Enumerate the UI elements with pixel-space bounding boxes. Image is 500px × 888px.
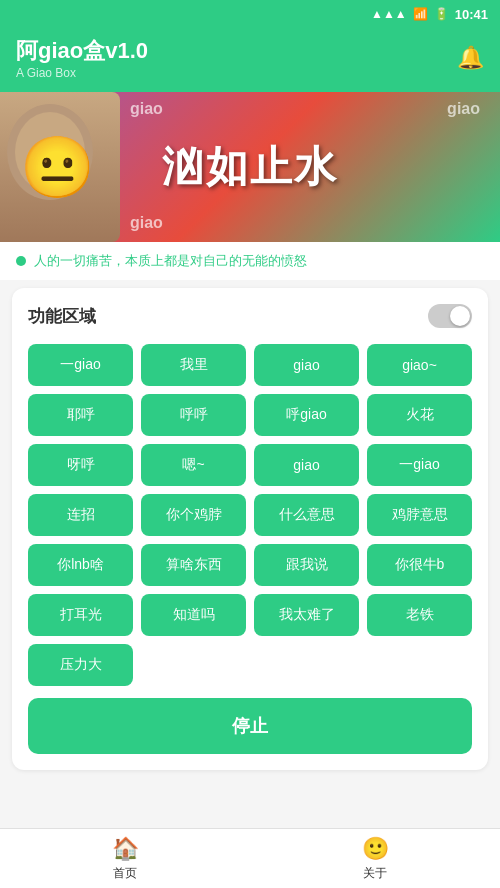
function-btn-10[interactable]: giao: [254, 444, 359, 486]
banner-text: 汹如止水: [162, 139, 338, 195]
function-btn-11[interactable]: 一giao: [367, 444, 472, 486]
function-btn-4[interactable]: 耶呼: [28, 394, 133, 436]
battery-icon: 🔋: [434, 7, 449, 21]
banner-face: [0, 92, 120, 242]
function-btn-8[interactable]: 呀呼: [28, 444, 133, 486]
function-btn-14[interactable]: 什么意思: [254, 494, 359, 536]
function-btn-2[interactable]: giao: [254, 344, 359, 386]
function-btn-17[interactable]: 算啥东西: [141, 544, 246, 586]
function-btn-0[interactable]: 一giao: [28, 344, 133, 386]
function-btn-9[interactable]: 嗯~: [141, 444, 246, 486]
app-title: 阿giao盒v1.0: [16, 36, 148, 66]
function-btn-22[interactable]: 我太难了: [254, 594, 359, 636]
function-btn-5[interactable]: 呼呼: [141, 394, 246, 436]
function-btn-13[interactable]: 你个鸡脖: [141, 494, 246, 536]
function-btn-3[interactable]: giao~: [367, 344, 472, 386]
card-title: 功能区域: [28, 305, 96, 328]
wifi-icon: 📶: [413, 7, 428, 21]
home-icon: 🏠: [112, 836, 139, 862]
quote-dot: [16, 256, 26, 266]
app-subtitle: A Giao Box: [16, 66, 148, 80]
card-header: 功能区域: [28, 304, 472, 328]
function-btn-7[interactable]: 火花: [367, 394, 472, 436]
stop-button[interactable]: 停止: [28, 698, 472, 754]
banner-giao-top-right: giao: [447, 100, 480, 118]
quote-bar: 人的一切痛苦，本质上都是对自己的无能的愤怒: [0, 242, 500, 280]
app-header: 阿giao盒v1.0 A Giao Box 🔔: [0, 28, 500, 92]
banner-giao-bottom: giao: [130, 214, 163, 232]
function-btn-18[interactable]: 跟我说: [254, 544, 359, 586]
status-time: 10:41: [455, 7, 488, 22]
function-btn-24[interactable]: 压力大: [28, 644, 133, 686]
function-card: 功能区域 一giao我里giaogiao~耶呼呼呼呼giao火花呀呼嗯~giao…: [12, 288, 488, 770]
function-btn-16[interactable]: 你lnb啥: [28, 544, 133, 586]
function-btn-20[interactable]: 打耳光: [28, 594, 133, 636]
nav-home[interactable]: 🏠 首页: [0, 836, 250, 882]
function-btn-21[interactable]: 知道吗: [141, 594, 246, 636]
function-button-grid: 一giao我里giaogiao~耶呼呼呼呼giao火花呀呼嗯~giao一giao…: [28, 344, 472, 686]
banner-giao-top-left: giao: [130, 100, 163, 118]
nav-about[interactable]: 🙂 关于: [250, 836, 500, 882]
function-btn-23[interactable]: 老铁: [367, 594, 472, 636]
signal-icon: ▲▲▲: [371, 7, 407, 21]
function-toggle[interactable]: [428, 304, 472, 328]
function-btn-1[interactable]: 我里: [141, 344, 246, 386]
nav-home-label: 首页: [113, 865, 137, 882]
nav-about-label: 关于: [363, 865, 387, 882]
bottom-navigation: 🏠 首页 🙂 关于: [0, 828, 500, 888]
function-btn-6[interactable]: 呼giao: [254, 394, 359, 436]
function-btn-19[interactable]: 你很牛b: [367, 544, 472, 586]
status-bar: ▲▲▲ 📶 🔋 10:41: [0, 0, 500, 28]
banner-image: giao giao giao 汹如止水: [0, 92, 500, 242]
quote-text: 人的一切痛苦，本质上都是对自己的无能的愤怒: [34, 252, 307, 270]
notification-bell-icon[interactable]: 🔔: [457, 45, 484, 71]
about-icon: 🙂: [362, 836, 389, 862]
function-btn-12[interactable]: 连招: [28, 494, 133, 536]
function-btn-15[interactable]: 鸡脖意思: [367, 494, 472, 536]
